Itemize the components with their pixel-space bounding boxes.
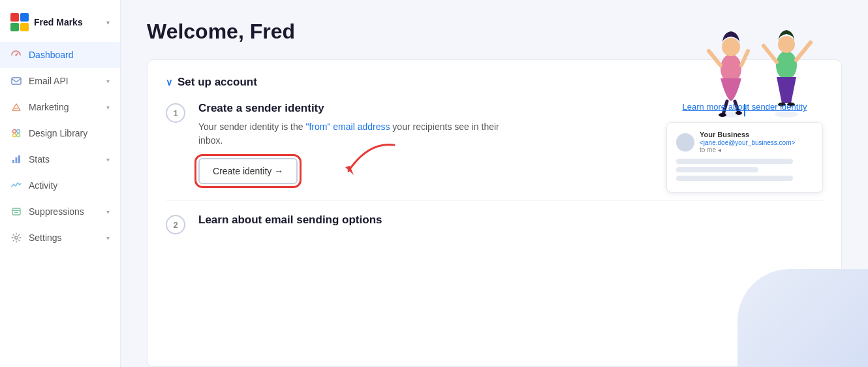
email-preview-info: Your Business <jane.doe@your_business.co…	[700, 131, 813, 153]
setup-header-title: Set up account	[178, 76, 257, 89]
main-content: Welcome, Fred ∨ Set up account 1 Create …	[121, 0, 868, 367]
settings-icon	[10, 232, 22, 244]
svg-rect-6	[12, 78, 21, 84]
svg-point-12	[17, 134, 20, 137]
step-2-number: 2	[166, 215, 185, 234]
activity-icon	[10, 180, 22, 191]
sidebar-item-marketing[interactable]: Marketing ▾	[0, 94, 120, 120]
svg-marker-36	[345, 166, 354, 175]
suppressions-icon	[10, 206, 22, 217]
svg-rect-0	[10, 13, 19, 22]
marketing-chevron-icon: ▾	[106, 104, 110, 111]
design-library-icon	[10, 127, 22, 139]
brand-logo	[10, 13, 29, 31]
svg-point-10	[17, 130, 20, 133]
sidebar-item-activity[interactable]: Activity	[0, 172, 120, 199]
email-icon	[10, 75, 22, 87]
step-1-number: 1	[166, 103, 185, 123]
sidebar-item-stats[interactable]: Stats ▾	[0, 146, 120, 172]
svg-point-11	[13, 134, 16, 137]
svg-point-19	[15, 236, 18, 239]
svg-rect-15	[18, 155, 20, 163]
create-identity-button[interactable]: Create identity →	[198, 158, 298, 184]
sidebar-item-dashboard[interactable]: Dashboard	[0, 42, 120, 68]
svg-point-5	[15, 54, 16, 56]
email-preview-card: Your Business <jane.doe@your_business.co…	[666, 122, 823, 193]
svg-line-23	[709, 51, 721, 65]
brand-name: Fred Marks	[34, 17, 83, 27]
step-2-row: 2 Learn about email sending options	[166, 200, 823, 234]
sidebar-nav: Dashboard Email API ▾ Marketing ▾	[0, 42, 120, 367]
sidebar-item-settings[interactable]: Settings ▾	[0, 225, 120, 251]
svg-line-33	[796, 42, 811, 60]
svg-rect-1	[20, 13, 29, 22]
svg-point-31	[778, 36, 795, 53]
svg-line-32	[764, 46, 777, 62]
step-1-preview: Learn more about sender identity Your Bu…	[666, 102, 823, 193]
svg-point-9	[13, 130, 16, 133]
learn-more-link[interactable]: Learn more about sender identity	[666, 102, 823, 112]
background-decoration	[737, 269, 868, 367]
email-line-2	[676, 167, 758, 172]
svg-rect-3	[20, 23, 29, 31]
svg-rect-13	[12, 160, 14, 163]
dashboard-icon	[10, 49, 22, 61]
sidebar-item-settings-label: Settings	[29, 232, 62, 243]
brand-chevron-icon: ▾	[106, 19, 110, 26]
sidebar-item-email-api-label: Email API	[29, 76, 69, 86]
stats-chevron-icon: ▾	[106, 156, 110, 163]
email-to: to me ◂	[700, 146, 813, 153]
stats-icon	[10, 153, 22, 165]
email-from: Your Business <jane.doe@your_business.co…	[700, 131, 813, 146]
svg-point-30	[776, 51, 797, 80]
email-api-chevron-icon: ▾	[106, 78, 110, 85]
sidebar-item-suppressions[interactable]: Suppressions ▾	[0, 199, 120, 225]
sidebar-item-email-api[interactable]: Email API ▾	[0, 68, 120, 94]
sidebar: Fred Marks ▾ Dashboard Email AP	[0, 0, 121, 367]
collapse-icon[interactable]: ∨	[166, 77, 172, 88]
avatar	[676, 133, 694, 152]
step-2-content: Learn about email sending options	[198, 214, 823, 227]
email-line-3	[676, 176, 793, 181]
svg-marker-38	[744, 113, 745, 117]
email-line-1	[676, 159, 793, 164]
svg-rect-2	[10, 23, 19, 31]
svg-marker-7	[12, 104, 20, 110]
settings-chevron-icon: ▾	[106, 234, 110, 242]
step-2-title: Learn about email sending options	[198, 214, 823, 227]
svg-rect-16	[12, 208, 20, 215]
email-preview-header: Your Business <jane.doe@your_business.co…	[676, 131, 813, 153]
brand-section[interactable]: Fred Marks ▾	[0, 8, 120, 42]
svg-point-22	[722, 38, 740, 56]
sidebar-item-marketing-label: Marketing	[29, 102, 69, 112]
step-1-description: Your sender identity is the "from" email…	[198, 120, 525, 148]
suppressions-chevron-icon: ▾	[106, 208, 110, 215]
sidebar-item-dashboard-label: Dashboard	[29, 50, 74, 60]
sidebar-item-activity-label: Activity	[29, 180, 57, 191]
welcome-title: Welcome, Fred	[147, 20, 295, 44]
sidebar-item-design-library-label: Design Library	[29, 128, 87, 138]
svg-line-24	[741, 51, 748, 65]
svg-rect-14	[16, 157, 18, 163]
marketing-icon	[10, 101, 22, 113]
sidebar-item-design-library[interactable]: Design Library	[0, 120, 120, 146]
sidebar-item-stats-label: Stats	[29, 154, 50, 165]
step-1-row: 1 Create a sender identity Your sender i…	[166, 102, 823, 200]
sidebar-item-suppressions-label: Suppressions	[29, 206, 84, 217]
